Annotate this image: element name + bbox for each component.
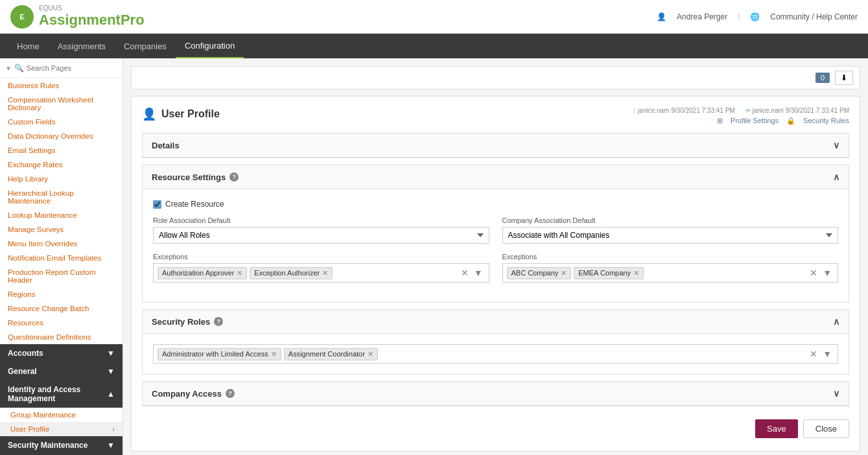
security-roles-controls: ✕ ▼ [808, 349, 834, 359]
create-resource-checkbox[interactable] [153, 200, 161, 209]
resource-settings-help-icon[interactable]: ? [229, 172, 239, 181]
sidebar-link-resources[interactable]: Resources [0, 316, 123, 330]
profile-settings-link[interactable]: Profile Settings [731, 117, 779, 125]
sidebar-group-identity[interactable]: Identity and Access Management ▲ [0, 380, 123, 408]
section-company-access-title: Company Access [152, 389, 222, 399]
sidebar-link-custom-fields[interactable]: Custom Fields [0, 115, 123, 129]
exceptions-right-controls: ✕ ▼ [808, 268, 834, 278]
sidebar-group-security[interactable]: Security Maintenance ▼ [0, 436, 123, 454]
tag-emea-company-remove[interactable]: ✕ [633, 269, 639, 277]
search-icon: 🔍 [14, 64, 24, 73]
sidebar-link-regions[interactable]: Regions [0, 287, 123, 301]
chevron-down-icon: ∨ [833, 140, 839, 150]
section-resource-settings-body: Create Resource Role Association Default… [143, 189, 849, 302]
chevron-right-icon: › [112, 425, 115, 433]
close-button[interactable]: Close [803, 419, 849, 438]
sidebar-link-help-library[interactable]: Help Library [0, 172, 123, 186]
tag-assignment-coordinator-remove[interactable]: ✕ [368, 350, 373, 358]
exceptions-right-input[interactable]: ABC Company ✕ EMEA Company ✕ ✕ ▼ [502, 263, 839, 283]
nav-companies[interactable]: Companies [115, 34, 176, 58]
section-security-roles: Security Roles ? ∧ Administrator with Li… [142, 309, 849, 375]
security-roles-input[interactable]: Administrator with Limited Access ✕ Assi… [153, 344, 838, 364]
sidebar-link-data-dict[interactable]: Data Dictionary Overrides [0, 129, 123, 143]
tag-exception-authorizer-remove[interactable]: ✕ [322, 269, 328, 277]
sidebar: ▼ 🔍 Business Rules Compensation Workshee… [0, 58, 123, 455]
sidebar-link-questionnaire[interactable]: Questionnaire Definitions [0, 330, 123, 344]
sidebar-link-resource-change[interactable]: Resource Change Batch [0, 301, 123, 316]
section-details-header[interactable]: Details ∨ [143, 134, 849, 158]
tag-admin-limited: Administrator with Limited Access ✕ [158, 348, 281, 360]
content-area: 0 ⬇ 👤 User Profile ↑ janice.nam [123, 58, 868, 455]
chevron-up-icon: ∧ [833, 172, 839, 182]
section-resource-title: Resource Settings [152, 172, 226, 182]
sidebar-group-accounts[interactable]: Accounts ▼ [0, 344, 123, 362]
chevron-down-icon: ▼ [107, 349, 115, 358]
section-resource-settings-header[interactable]: Resource Settings ? ∧ [143, 165, 849, 189]
tag-admin-limited-remove[interactable]: ✕ [271, 350, 277, 358]
sidebar-link-menu-overrides[interactable]: Menu Item Overrides [0, 237, 123, 251]
section-details-title: Details [152, 141, 180, 150]
tag-exception-authorizer: Exception Authorizer ✕ [250, 267, 333, 279]
nav-assignments[interactable]: Assignments [49, 34, 115, 58]
content-toolbar: 0 ⬇ [131, 66, 860, 89]
help-link[interactable]: Community / Help Center [770, 12, 858, 21]
company-access-help-icon[interactable]: ? [226, 389, 235, 398]
toolbar-download-button[interactable]: ⬇ [835, 71, 853, 85]
chevron-down-icon: ∨ [833, 388, 839, 399]
exceptions-left-input[interactable]: Authorization Approver ✕ Exception Autho… [153, 263, 489, 283]
sidebar-link-business-rules[interactable]: Business Rules [0, 78, 123, 93]
toolbar-badge: 0 [815, 73, 830, 83]
exceptions-right-col: Exceptions ABC Company ✕ EMEA Company ✕ [502, 253, 839, 283]
save-button[interactable]: Save [755, 419, 798, 438]
sidebar-link-comp-worksheet[interactable]: Compensation Worksheet Dictionary [0, 93, 123, 115]
download-icon: ⬇ [841, 73, 847, 82]
filter-icon: ▼ [5, 65, 12, 72]
sidebar-link-email-settings[interactable]: Email Settings [0, 143, 123, 158]
security-roles-dropdown[interactable]: ▼ [821, 349, 834, 359]
tag-abc-company-remove[interactable]: ✕ [561, 269, 567, 277]
create-resource-label: Create Resource [165, 200, 224, 209]
chevron-up-icon: ▲ [107, 390, 115, 399]
sidebar-link-exchange-rates[interactable]: Exchange Rates [0, 158, 123, 172]
meta-right-user: janice.nam [752, 107, 783, 114]
section-company-access-header[interactable]: Company Access ? ∨ [143, 382, 849, 406]
main-layout: ▼ 🔍 Business Rules Compensation Workshee… [0, 58, 868, 455]
sidebar-link-lookup[interactable]: Lookup Maintenance [0, 208, 123, 222]
meta-right-icon: ✏ [745, 107, 751, 114]
sidebar-link-prod-report[interactable]: Production Report Custom Header [0, 265, 123, 287]
main-card: 👤 User Profile ↑ janice.nam 9/30/2021 7:… [131, 96, 860, 452]
exceptions-right-clear[interactable]: ✕ [808, 268, 819, 278]
exceptions-left-clear[interactable]: ✕ [459, 268, 471, 278]
sidebar-link-notif-templates[interactable]: Notification Email Templates [0, 251, 123, 265]
card-meta-actions: ⊞ Profile Settings 🔒 Security Rules [717, 117, 849, 125]
exceptions-left-col: Exceptions Authorization Approver ✕ Exce… [153, 253, 489, 283]
user-name[interactable]: Andrea Perger [677, 12, 727, 21]
header-right: 👤 Andrea Perger | 🌐 Community / Help Cen… [657, 12, 858, 21]
sidebar-group-general[interactable]: General ▼ [0, 362, 123, 380]
security-roles-help-icon[interactable]: ? [214, 317, 223, 326]
sidebar-subitem-user-profile[interactable]: User Profile › [0, 422, 123, 436]
section-details: Details ∨ [142, 133, 849, 158]
create-resource-row: Create Resource [153, 200, 838, 209]
role-association-select[interactable]: Allow All Roles [153, 227, 489, 244]
meta-left-arrow: ↑ [633, 107, 636, 114]
sidebar-link-surveys[interactable]: Manage Surveys [0, 222, 123, 237]
nav-home[interactable]: Home [8, 34, 49, 58]
section-security-roles-header[interactable]: Security Roles ? ∧ [143, 310, 849, 334]
tag-auth-approver-remove[interactable]: ✕ [237, 269, 242, 277]
company-association-label: Company Association Default [502, 216, 839, 224]
nav-configuration[interactable]: Configuration [176, 34, 244, 58]
security-roles-clear[interactable]: ✕ [808, 349, 819, 359]
section-company-access: Company Access ? ∨ [142, 381, 849, 406]
company-association-select[interactable]: Associate with All Companies [502, 227, 839, 244]
sidebar-subitem-group-maintenance[interactable]: Group Maintenance [0, 408, 123, 422]
user-icon: 👤 [657, 12, 666, 21]
security-rules-link[interactable]: Security Rules [803, 117, 849, 125]
search-input[interactable] [27, 64, 117, 72]
sidebar-link-hierarchical[interactable]: Hierarchical Lookup Maintenance [0, 186, 123, 208]
exceptions-right-dropdown[interactable]: ▼ [821, 268, 834, 278]
tag-assignment-coordinator: Assignment Coordinator ✕ [284, 348, 378, 360]
chevron-up-icon: ∧ [833, 316, 839, 327]
exceptions-left-dropdown[interactable]: ▼ [472, 268, 485, 278]
app-logo-icon: E [10, 5, 34, 29]
